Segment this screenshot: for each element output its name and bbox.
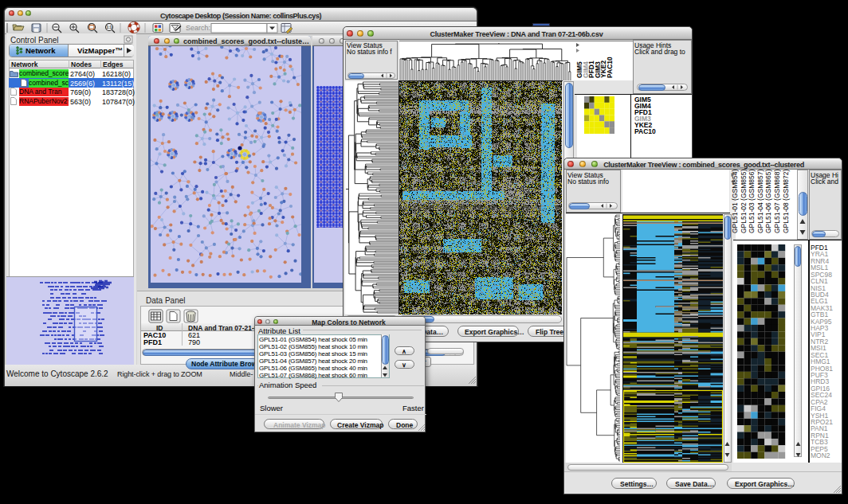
svg-text:Search:: Search:: [186, 24, 210, 32]
svg-text:1:1: 1:1: [107, 25, 112, 29]
